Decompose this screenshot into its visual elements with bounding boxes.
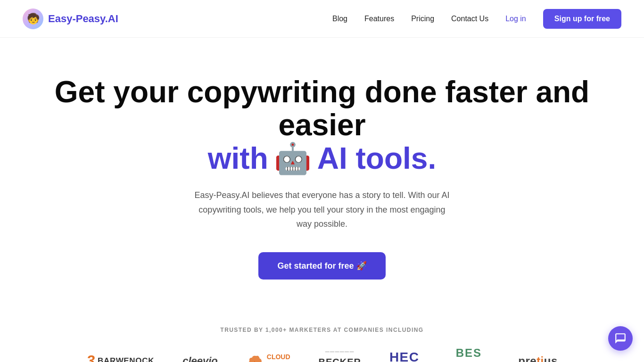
- nav-contact[interactable]: Contact Us: [451, 15, 488, 23]
- company-logos-row: 3 BARWENOCK cleevio CLOUD FIT —————— BEC…: [23, 346, 621, 362]
- logo[interactable]: 🧒 Easy-Peasy.AI: [23, 8, 118, 29]
- hero-title: Get your copywriting done faster and eas…: [39, 75, 605, 175]
- hero-section: Get your copywriting done faster and eas…: [0, 38, 644, 308]
- nav-features[interactable]: Features: [364, 15, 394, 23]
- logo-becker: —————— BECKER: [319, 349, 361, 362]
- logo-barwenock: 3 BARWENOCK: [86, 352, 154, 362]
- logo-cloudfit: CLOUD FIT: [246, 353, 290, 362]
- trusted-label: TRUSTED BY 1,000+ MARKETERS AT COMPANIES…: [220, 327, 423, 333]
- logo-icon: 🧒: [23, 8, 43, 29]
- chat-bubble[interactable]: [608, 326, 633, 351]
- logo-hec: HEC PARIS: [389, 350, 419, 362]
- cloudfit-icon: [246, 353, 263, 362]
- header: 🧒 Easy-Peasy.AI Blog Features Pricing Co…: [0, 0, 644, 38]
- logo-text: Easy-Peasy.AI: [48, 13, 118, 25]
- chat-icon: [614, 332, 627, 345]
- nav: Blog Features Pricing Contact Us Log in …: [332, 9, 621, 29]
- nav-blog[interactable]: Blog: [332, 15, 347, 23]
- hero-title-with: with: [208, 142, 268, 175]
- hero-subtitle: Easy-Peasy.AI believes that everyone has…: [190, 188, 454, 231]
- hero-title-ai: AI tools.: [317, 142, 436, 175]
- logo-bes: BES BUILDING ENGINEERING SOLUTIONS: [447, 346, 490, 362]
- hero-title-line2: with 🤖 AI tools.: [39, 142, 605, 175]
- robot-emoji: 🤖: [274, 142, 312, 175]
- trusted-section: TRUSTED BY 1,000+ MARKETERS AT COMPANIES…: [0, 308, 644, 362]
- logo-pretius: pretius: [518, 354, 557, 362]
- logo-cleevio: cleevio: [182, 355, 218, 362]
- nav-pricing[interactable]: Pricing: [411, 15, 434, 23]
- hero-title-line1: Get your copywriting done faster and eas…: [55, 75, 589, 142]
- cta-button[interactable]: Get started for free 🚀: [258, 252, 385, 280]
- nav-login[interactable]: Log in: [505, 15, 526, 23]
- signup-button[interactable]: Sign up for free: [543, 9, 621, 29]
